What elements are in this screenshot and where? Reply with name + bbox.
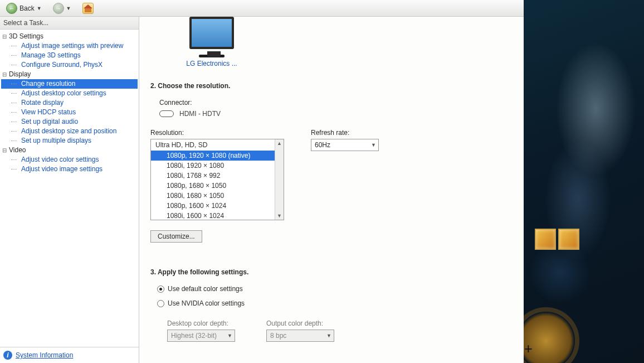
tree-leaf-hdcp[interactable]: View HDCP status bbox=[1, 108, 138, 117]
ability-icon[interactable] bbox=[535, 229, 556, 250]
nvidia-control-panel-window: Back ▼ ▼ Select a Task... 3D Settings Ad… bbox=[0, 0, 524, 363]
system-info-row: i System Information bbox=[0, 347, 139, 363]
ability-icon[interactable] bbox=[558, 229, 579, 250]
tree-leaf-change-resolution[interactable]: Change resolution bbox=[1, 79, 138, 89]
connector-label: Connector: bbox=[159, 99, 513, 107]
tree-leaf-3d-manage[interactable]: Manage 3D settings bbox=[1, 51, 138, 60]
content-pane: LG Electronics ... 2. Choose the resolut… bbox=[139, 17, 524, 363]
chevron-down-icon: ▼ bbox=[326, 333, 331, 338]
home-icon bbox=[82, 3, 94, 14]
hdmi-icon bbox=[159, 110, 174, 117]
radio-default-color[interactable]: Use default color settings bbox=[157, 285, 513, 293]
task-header: Select a Task... bbox=[0, 17, 139, 30]
system-information-link[interactable]: System Information bbox=[16, 351, 73, 359]
ability-bar bbox=[535, 229, 579, 250]
tree-leaf-desktop-color[interactable]: Adjust desktop color settings bbox=[1, 89, 138, 98]
tree-leaf-3d-preview[interactable]: Adjust image settings with preview bbox=[1, 41, 138, 51]
display-name-label: LG Electronics ... bbox=[186, 60, 237, 67]
connector-row: HDMI - HDTV bbox=[159, 110, 513, 118]
chevron-down-icon: ▼ bbox=[37, 6, 42, 11]
desktop-color-depth-value: Highest (32-bit) bbox=[171, 332, 217, 340]
section-3-heading: 3. Apply the following settings. bbox=[150, 268, 513, 276]
customize-button[interactable]: Customize... bbox=[150, 230, 202, 243]
back-button[interactable]: Back ▼ bbox=[2, 1, 46, 16]
info-icon: i bbox=[3, 351, 12, 360]
resolution-listbox[interactable]: Ultra HD, HD, SD1080p, 1920 × 1080 (nati… bbox=[150, 139, 284, 220]
radio-nvidia-color[interactable]: Use NVIDIA color settings bbox=[157, 299, 513, 307]
resolution-option[interactable]: 1080i, 1680 × 1050 bbox=[151, 191, 284, 201]
radio-nvidia-label: Use NVIDIA color settings bbox=[168, 299, 245, 307]
task-tree[interactable]: 3D Settings Adjust image settings with p… bbox=[0, 30, 139, 347]
radio-icon bbox=[157, 285, 164, 293]
chevron-down-icon: ▼ bbox=[371, 142, 376, 148]
chevron-down-icon: ▼ bbox=[66, 6, 71, 11]
back-arrow-icon bbox=[6, 3, 17, 14]
radio-icon bbox=[157, 300, 164, 307]
forward-button[interactable]: ▼ bbox=[49, 1, 75, 16]
resolution-option[interactable]: 1080p, 1600 × 1024 bbox=[151, 201, 284, 211]
desktop-color-depth-combo: Highest (32-bit) ▼ bbox=[167, 330, 235, 342]
output-color-depth-combo: 8 bpc ▼ bbox=[266, 330, 334, 342]
tree-leaf-rotate[interactable]: Rotate display bbox=[1, 98, 138, 108]
output-color-depth-value: 8 bpc bbox=[270, 332, 286, 340]
resolution-option[interactable]: 1080i, 1768 × 992 bbox=[151, 171, 284, 181]
tree-leaf-video-color[interactable]: Adjust video color settings bbox=[1, 155, 138, 164]
resolution-option[interactable]: 1080i, 1600 × 1024 bbox=[151, 211, 284, 220]
chevron-down-icon: ▼ bbox=[227, 333, 232, 338]
resolution-option[interactable]: 1080p, 1680 × 1050 bbox=[151, 181, 284, 191]
desktop-background bbox=[524, 0, 644, 363]
resolution-option[interactable]: 1080i, 1920 × 1080 bbox=[151, 161, 284, 171]
forward-arrow-icon bbox=[53, 3, 64, 14]
output-color-depth-label: Output color depth: bbox=[266, 320, 334, 327]
radio-default-label: Use default color settings bbox=[168, 285, 243, 293]
tree-cat-3d[interactable]: 3D Settings bbox=[1, 32, 138, 41]
tree-leaf-size-position[interactable]: Adjust desktop size and position bbox=[1, 127, 138, 136]
tree-cat-video[interactable]: Video bbox=[1, 146, 138, 155]
toolbar: Back ▼ ▼ bbox=[0, 0, 524, 17]
tree-cat-display[interactable]: Display bbox=[1, 70, 138, 79]
connector-value: HDMI - HDTV bbox=[179, 110, 221, 118]
display-thumbnail[interactable]: LG Electronics ... bbox=[173, 17, 251, 67]
refresh-rate-value: 60Hz bbox=[315, 141, 330, 149]
resolution-group-header: Ultra HD, HD, SD bbox=[151, 139, 284, 151]
listbox-scrollbar[interactable] bbox=[275, 139, 284, 220]
section-2-heading: 2. Choose the resolution. bbox=[150, 82, 513, 90]
refresh-rate-label: Refresh rate: bbox=[311, 129, 379, 137]
resolution-label: Resolution: bbox=[150, 129, 284, 137]
tree-leaf-digital-audio[interactable]: Set up digital audio bbox=[1, 117, 138, 127]
desktop-color-depth-label: Desktop color depth: bbox=[167, 320, 235, 327]
resolution-option[interactable]: 1080p, 1920 × 1080 (native) bbox=[151, 151, 284, 161]
refresh-rate-combo[interactable]: 60Hz ▼ bbox=[311, 139, 379, 151]
monitor-icon bbox=[189, 17, 234, 49]
back-label: Back bbox=[19, 4, 35, 12]
home-button[interactable] bbox=[79, 1, 97, 16]
tree-leaf-3d-surround[interactable]: Configure Surround, PhysX bbox=[1, 60, 138, 70]
tree-leaf-multiple-displays[interactable]: Set up multiple displays bbox=[1, 136, 138, 146]
tree-leaf-video-image[interactable]: Adjust video image settings bbox=[1, 164, 138, 174]
task-tree-pane: Select a Task... 3D Settings Adjust imag… bbox=[0, 17, 139, 363]
